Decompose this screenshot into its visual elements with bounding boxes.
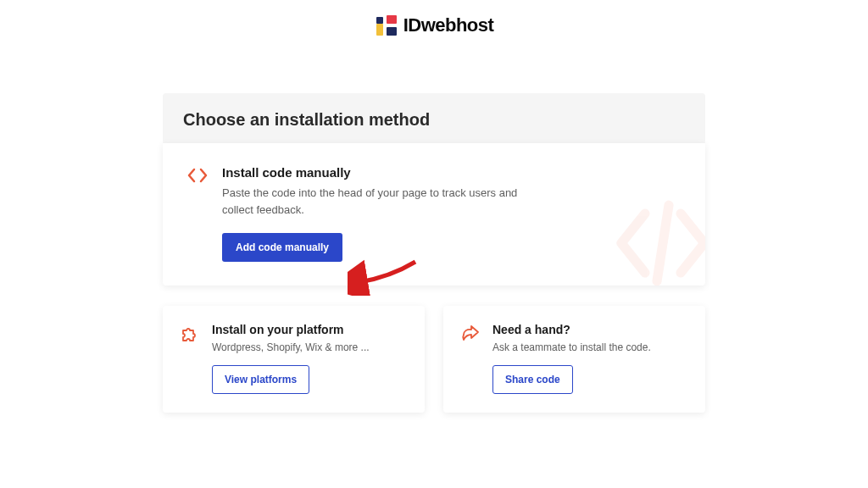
panel-title: Choose an installation method xyxy=(183,110,685,130)
puzzle-icon xyxy=(180,324,200,348)
brand-logo: IDwebhost xyxy=(0,0,868,51)
share-icon xyxy=(460,324,481,347)
share-code-button[interactable]: Share code xyxy=(492,365,573,394)
svg-line-0 xyxy=(657,205,669,281)
brand-name: IDwebhost xyxy=(403,14,494,36)
card-description: Wordpress, Shopify, Wix & more ... xyxy=(212,340,408,355)
card-description: Ask a teammate to install the code. xyxy=(492,340,688,355)
installation-panel: Choose an installation method Install co… xyxy=(163,93,705,413)
card-need-hand: Need a hand? Ask a teammate to install t… xyxy=(443,306,705,413)
card-title: Install on your platform xyxy=(212,323,408,336)
card-install-manually: Install code manually Paste the code int… xyxy=(163,143,705,286)
card-title: Install code manually xyxy=(222,165,682,180)
panel-header: Choose an installation method xyxy=(163,93,705,143)
card-install-platform: Install on your platform Wordpress, Shop… xyxy=(163,306,425,413)
card-title: Need a hand? xyxy=(492,323,688,336)
logo-icon xyxy=(375,14,398,37)
code-watermark-icon xyxy=(604,184,705,286)
add-code-manually-button[interactable]: Add code manually xyxy=(222,233,342,262)
card-description: Paste the code into the head of your pag… xyxy=(222,185,544,218)
view-platforms-button[interactable]: View platforms xyxy=(212,365,309,394)
code-icon xyxy=(186,167,209,187)
